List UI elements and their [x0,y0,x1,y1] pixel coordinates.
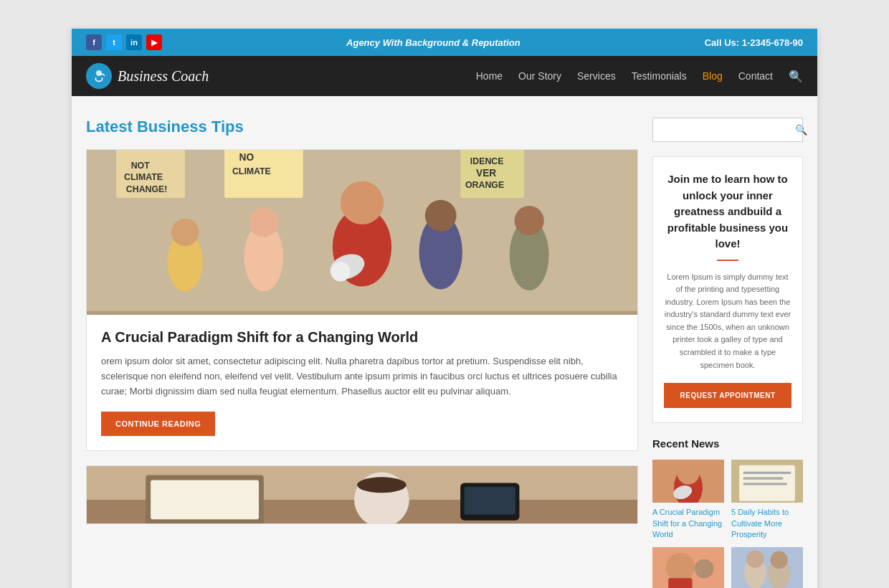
svg-rect-40 [743,472,791,474]
svg-point-46 [695,559,714,579]
logo-icon [86,63,112,89]
svg-point-51 [770,551,787,569]
top-bar: f t in ▶ Agency With Background & Reputa… [72,29,817,56]
news-thumb-1 [652,460,724,503]
svg-rect-25 [87,311,637,315]
search-input[interactable] [653,119,788,141]
continue-reading-button[interactable]: CONTINUE READING [101,412,215,436]
news-item-title-2[interactable]: 5 Daily Habits to Cultivate More Prosper… [731,507,803,540]
news-thumb-4 [731,547,803,588]
nav-search-icon[interactable]: 🔍 [789,70,803,83]
svg-point-20 [425,200,457,232]
promo-heading: Join me to learn how to unlock your inne… [664,171,791,252]
svg-point-18 [249,208,278,237]
left-column: Latest Business Tips NOT CLIMATE CHAN [86,118,638,539]
nav-testimonials[interactable]: Testimonials [632,70,687,82]
svg-rect-45 [668,579,692,588]
svg-text:VER: VER [476,168,496,179]
nav-our-story[interactable]: Our Story [518,70,561,82]
search-box: 🔍 [652,118,803,142]
svg-point-31 [357,478,407,493]
svg-rect-41 [743,478,784,480]
article-title-1: A Crucial Paradigm Shift for a Changing … [101,329,623,346]
svg-point-36 [677,463,699,485]
svg-text:CHANGE!: CHANGE! [126,184,168,194]
news-item-title-1[interactable]: A Crucial Paradigm Shift for a Changing … [652,507,724,540]
svg-text:CLIMATE: CLIMATE [232,166,271,176]
article-card-2 [86,465,638,524]
promo-divider [717,260,738,261]
appointment-button[interactable]: REQUEST APPOINTMENT [664,383,791,408]
svg-point-49 [746,551,764,568]
section-title: Latest Business Tips [86,118,638,136]
svg-text:NO: NO [239,152,255,163]
svg-text:IDENCE: IDENCE [470,156,504,166]
main-content: Latest Business Tips NOT CLIMATE CHAN [72,96,817,588]
tagline: Agency With Background & Reputation [346,37,520,48]
sidebar-promo: Join me to learn how to unlock your inne… [652,156,803,423]
article-image-1: NOT CLIMATE CHANGE! NO CLIMATE IDENCE VE… [87,150,637,315]
news-item-2: 5 Daily Habits to Cultivate More Prosper… [731,460,803,540]
svg-rect-47 [731,547,803,588]
twitter-icon[interactable]: t [106,34,122,50]
logo[interactable]: Business Coach [86,63,209,89]
nav-contact[interactable]: Contact [738,70,773,82]
article-body-1: A Crucial Paradigm Shift for a Changing … [87,315,637,450]
nav-links: Home Our Story Services Testimonials Blo… [476,70,803,83]
search-button[interactable]: 🔍 [788,118,814,141]
page-wrapper: f t in ▶ Agency With Background & Reputa… [72,29,817,588]
linkedin-icon[interactable]: in [126,34,142,50]
news-item-3 [652,547,724,588]
nav-home[interactable]: Home [476,70,503,82]
svg-rect-33 [465,487,515,514]
nav-services[interactable]: Services [577,70,616,82]
svg-point-24 [515,206,544,235]
svg-text:CLIMATE: CLIMATE [124,172,163,182]
recent-news: Recent News A Crucial Paradigm Shift for… [652,437,803,588]
protest-image: NOT CLIMATE CHANGE! NO CLIMATE IDENCE VE… [87,150,637,315]
youtube-icon[interactable]: ▶ [146,34,162,50]
promo-text: Lorem Ipsum is simply dummy text of the … [664,271,791,372]
svg-text:ORANGE: ORANGE [465,180,504,190]
news-item-1: A Crucial Paradigm Shift for a Changing … [652,460,724,540]
article-image-2 [87,466,637,523]
svg-point-14 [341,181,384,224]
svg-rect-42 [743,483,787,485]
svg-point-16 [331,262,350,281]
svg-rect-29 [151,480,259,520]
nav-bar: Business Coach Home Our Story Services T… [72,56,817,96]
svg-point-22 [171,219,199,246]
news-item-4 [731,547,803,588]
social-links: f t in ▶ [86,34,162,50]
svg-text:NOT: NOT [131,161,150,171]
news-thumb-3 [652,547,724,588]
article-card-1: NOT CLIMATE CHANGE! NO CLIMATE IDENCE VE… [86,149,638,451]
svg-point-0 [96,70,102,76]
facebook-icon[interactable]: f [86,34,102,50]
logo-text: Business Coach [118,68,209,85]
recent-news-title: Recent News [652,437,803,450]
news-thumb-2 [731,460,803,503]
nav-blog[interactable]: Blog [703,70,723,82]
news-grid: A Crucial Paradigm Shift for a Changing … [652,460,803,588]
svg-point-44 [666,553,695,582]
right-sidebar: 🔍 Join me to learn how to unlock your in… [652,118,803,588]
phone-number: Call Us: 1-2345-678-90 [705,37,803,48]
article-excerpt-1: orem ipsum dolor sit amet, consectetur a… [101,354,623,399]
